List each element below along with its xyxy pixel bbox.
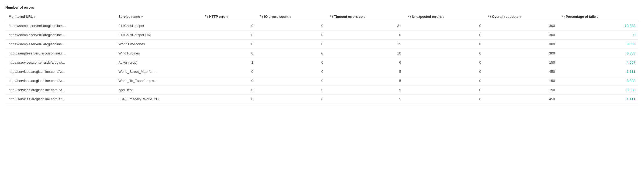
- col-label-unexpected-errors: * › Unexpected errors: [408, 15, 442, 19]
- cell-service: agol_test: [115, 85, 202, 95]
- cell-service: World_Street_Map for ...: [115, 67, 202, 76]
- table-row: http://sampleserver6.arcgisonline.c...Wi…: [5, 49, 639, 58]
- table-row: https://sampleserver6.arcgisonline....91…: [5, 30, 639, 40]
- cell-unexpected-errors: 0: [404, 49, 484, 58]
- cell-service: World_To_Topo for pro...: [115, 76, 202, 85]
- cell-percentage-failed: 3.333: [558, 85, 639, 95]
- cell-service: 911CallsHotspot-URI: [115, 30, 202, 40]
- cell-url: http://services.arcgisonline.com/Ar...: [5, 85, 115, 95]
- cell-io-errors: 0: [257, 58, 327, 67]
- cell-http-errors: 0: [202, 49, 257, 58]
- cell-url: http://services.arcgisonline.com/ar...: [5, 95, 115, 104]
- cell-io-errors: 0: [257, 76, 327, 85]
- col-label-timeout-errors: * › Timeout errors co: [330, 15, 363, 19]
- table-header-row: Monitored URL ∨ Service name ∨ * › HTTP …: [5, 13, 639, 21]
- cell-overall-requests: 300: [484, 30, 558, 40]
- cell-percentage-failed: 4.667: [558, 58, 639, 67]
- col-header-unexpected-errors[interactable]: * › Unexpected errors ∨: [404, 13, 484, 21]
- section-title: Number of errors: [5, 5, 639, 9]
- sort-icon-url: ∨: [34, 15, 36, 18]
- sort-icon-service: ∨: [141, 15, 143, 18]
- cell-http-errors: 0: [202, 76, 257, 85]
- col-label-percentage-failed: * › Percentage of faile: [562, 15, 596, 19]
- cell-timeout-errors: 5: [326, 85, 404, 95]
- cell-io-errors: 0: [257, 95, 327, 104]
- cell-unexpected-errors: 0: [404, 85, 484, 95]
- cell-timeout-errors: 0: [326, 30, 404, 40]
- col-header-timeout-errors[interactable]: * › Timeout errors co ∨: [326, 13, 404, 21]
- col-header-http-errors[interactable]: * › HTTP erro ∨: [202, 13, 257, 21]
- table-row: http://services.arcgisonline.com/ar...ES…: [5, 95, 639, 104]
- table-row: https://sampleserver6.arcgisonline....91…: [5, 21, 639, 30]
- cell-io-errors: 0: [257, 85, 327, 95]
- col-header-url[interactable]: Monitored URL ∨: [5, 13, 115, 21]
- cell-timeout-errors: 5: [326, 67, 404, 76]
- cell-overall-requests: 300: [484, 21, 558, 30]
- cell-http-errors: 1: [202, 58, 257, 67]
- cell-percentage-failed: 1.111: [558, 95, 639, 104]
- cell-url: http://services.arcgisonline.com/Ar...: [5, 67, 115, 76]
- cell-service: WorldTimeZones: [115, 40, 202, 49]
- cell-http-errors: 0: [202, 85, 257, 95]
- cell-unexpected-errors: 0: [404, 21, 484, 30]
- cell-http-errors: 0: [202, 30, 257, 40]
- cell-timeout-errors: 10: [326, 49, 404, 58]
- cell-io-errors: 0: [257, 49, 327, 58]
- cell-overall-requests: 150: [484, 58, 558, 67]
- cell-overall-requests: 300: [484, 40, 558, 49]
- table-row: https://services.conterra.de/arcgis/...A…: [5, 58, 639, 67]
- table-row: http://services.arcgisonline.com/Ar...Wo…: [5, 76, 639, 85]
- cell-timeout-errors: 25: [326, 40, 404, 49]
- cell-unexpected-errors: 0: [404, 40, 484, 49]
- col-header-percentage-failed[interactable]: * › Percentage of faile ∨: [558, 13, 639, 21]
- sort-icon-percentage-failed: ∨: [597, 15, 598, 18]
- col-label-service: Service name: [118, 15, 140, 19]
- cell-http-errors: 0: [202, 67, 257, 76]
- col-label-url: Monitored URL: [9, 15, 33, 19]
- col-header-service[interactable]: Service name ∨: [115, 13, 202, 21]
- cell-timeout-errors: 5: [326, 76, 404, 85]
- cell-http-errors: 0: [202, 40, 257, 49]
- cell-io-errors: 0: [257, 21, 327, 30]
- cell-url: https://sampleserver6.arcgisonline....: [5, 21, 115, 30]
- cell-percentage-failed: 10.333: [558, 21, 639, 30]
- cell-timeout-errors: 31: [326, 21, 404, 30]
- table-wrapper: Monitored URL ∨ Service name ∨ * › HTTP …: [5, 13, 639, 104]
- cell-io-errors: 0: [257, 67, 327, 76]
- cell-overall-requests: 150: [484, 76, 558, 85]
- sort-icon-overall-requests: ∨: [519, 15, 521, 18]
- cell-unexpected-errors: 0: [404, 58, 484, 67]
- cell-url: http://sampleserver6.arcgisonline.c...: [5, 49, 115, 58]
- table-row: http://services.arcgisonline.com/Ar...Wo…: [5, 67, 639, 76]
- cell-percentage-failed: 0: [558, 30, 639, 40]
- col-header-overall-requests[interactable]: * › Overall requests ∨: [484, 13, 558, 21]
- cell-unexpected-errors: 0: [404, 95, 484, 104]
- errors-table: Monitored URL ∨ Service name ∨ * › HTTP …: [5, 13, 639, 104]
- cell-io-errors: 0: [257, 30, 327, 40]
- cell-service: Acker (crop): [115, 58, 202, 67]
- col-header-io-errors[interactable]: * › IO errors count ∨: [257, 13, 327, 21]
- sort-icon-timeout-errors: ∨: [363, 15, 365, 18]
- cell-overall-requests: 150: [484, 85, 558, 95]
- cell-unexpected-errors: 0: [404, 30, 484, 40]
- cell-overall-requests: 450: [484, 95, 558, 104]
- cell-percentage-failed: 1.111: [558, 67, 639, 76]
- cell-unexpected-errors: 0: [404, 67, 484, 76]
- col-label-overall-requests: * › Overall requests: [488, 15, 518, 19]
- col-label-io-errors: * › IO errors count: [260, 15, 288, 19]
- cell-url: http://services.arcgisonline.com/Ar...: [5, 76, 115, 85]
- table-row: https://sampleserver6.arcgisonline....Wo…: [5, 40, 639, 49]
- cell-unexpected-errors: 0: [404, 76, 484, 85]
- sort-icon-http-errors: ∨: [226, 15, 228, 18]
- cell-overall-requests: 300: [484, 49, 558, 58]
- cell-timeout-errors: 6: [326, 58, 404, 67]
- cell-http-errors: 0: [202, 95, 257, 104]
- cell-percentage-failed: 3.333: [558, 76, 639, 85]
- col-label-http-errors: * › HTTP erro: [205, 15, 225, 19]
- cell-service: 911CallsHotspot: [115, 21, 202, 30]
- cell-percentage-failed: 3.333: [558, 49, 639, 58]
- table-row: http://services.arcgisonline.com/Ar...ag…: [5, 85, 639, 95]
- cell-io-errors: 0: [257, 40, 327, 49]
- cell-service: ESRI_Imagery_World_2D: [115, 95, 202, 104]
- sort-icon-unexpected-errors: ∨: [443, 15, 445, 18]
